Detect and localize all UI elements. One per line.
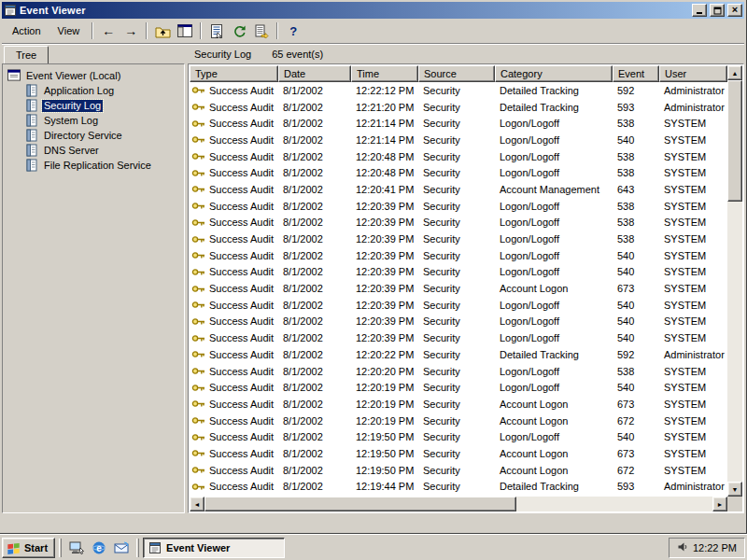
tree-item-file-replication-service[interactable]: File Replication Service [3, 158, 184, 173]
tree: Event Viewer (Local) Application Log Sec… [2, 63, 185, 513]
start-button[interactable]: Start [2, 538, 55, 558]
tab-tree[interactable]: Tree [4, 46, 49, 63]
desktop: Event Viewer × Action View ← → [0, 0, 747, 560]
vertical-scrollbar[interactable]: ▲ ▼ [727, 65, 742, 497]
maximize-button[interactable] [710, 4, 725, 17]
result-header: Security Log 65 event(s) [188, 44, 744, 63]
success-audit-key-icon [191, 316, 205, 327]
forward-button[interactable]: → [120, 21, 142, 41]
event-row[interactable]: Success Audit 8/1/2002 12:20:39 PM Secur… [190, 264, 727, 281]
event-row[interactable]: Success Audit 8/1/2002 12:21:20 PM Secur… [190, 99, 727, 116]
success-audit-key-icon [191, 102, 205, 112]
success-audit-key-icon [191, 465, 205, 475]
event-row[interactable]: Success Audit 8/1/2002 12:20:48 PM Secur… [190, 164, 727, 181]
tree-items: Application Log Security Log System Log … [3, 83, 184, 173]
properties-icon [210, 24, 223, 38]
event-row[interactable]: Success Audit 8/1/2002 12:21:14 PM Secur… [190, 132, 727, 148]
tree-item-event-viewer-local[interactable]: Event Viewer (Local) [3, 68, 184, 83]
tree-item-application-log[interactable]: Application Log [3, 83, 184, 98]
event-row[interactable]: Success Audit 8/1/2002 12:19:50 PM Secur… [190, 428, 727, 445]
event-row[interactable]: Success Audit 8/1/2002 12:20:39 PM Secur… [190, 247, 727, 264]
column-header-row: Type Date Time Source Category Event Use… [190, 65, 727, 82]
titlebar[interactable]: Event Viewer × [2, 2, 744, 19]
outlook-express-icon[interactable] [114, 540, 129, 555]
event-row[interactable]: Success Audit 8/1/2002 12:21:14 PM Secur… [190, 115, 727, 132]
success-audit-key-icon [191, 234, 205, 245]
column-header-source[interactable]: Source [418, 65, 495, 82]
event-row[interactable]: Success Audit 8/1/2002 12:20:19 PM Secur… [190, 379, 727, 396]
tree-item-system-log[interactable]: System Log [3, 113, 184, 128]
log-icon [25, 84, 38, 97]
event-row[interactable]: Success Audit 8/1/2002 12:20:19 PM Secur… [190, 396, 727, 413]
back-button[interactable]: ← [97, 21, 120, 41]
result-pane: Security Log 65 event(s) Type Date Time … [188, 44, 744, 513]
event-row[interactable]: Success Audit 8/1/2002 12:20:39 PM Secur… [190, 329, 727, 346]
event-viewer-icon [148, 541, 162, 554]
taskbar-grip[interactable] [59, 539, 62, 557]
export-list-button[interactable] [250, 21, 273, 41]
success-audit-key-icon [191, 184, 205, 194]
menu-view[interactable]: View [49, 22, 89, 39]
success-audit-key-icon [191, 168, 205, 178]
log-icon [25, 144, 38, 157]
up-level-button[interactable] [151, 21, 174, 41]
event-row[interactable]: Success Audit 8/1/2002 12:22:12 PM Secur… [190, 82, 727, 99]
event-row[interactable]: Success Audit 8/1/2002 12:20:39 PM Secur… [190, 215, 727, 231]
event-row[interactable]: Success Audit 8/1/2002 12:20:39 PM Secur… [190, 314, 727, 330]
vertical-scroll-thumb[interactable] [727, 80, 742, 202]
horizontal-scroll-thumb[interactable] [204, 497, 516, 511]
column-header-category[interactable]: Category [495, 65, 613, 82]
scroll-left-button[interactable]: ◄ [190, 497, 204, 511]
task-button-label: Event Viewer [166, 542, 230, 553]
success-audit-key-icon [191, 448, 205, 458]
menu-action[interactable]: Action [4, 22, 49, 39]
internet-explorer-icon[interactable]: e [92, 540, 106, 555]
success-audit-key-icon [191, 284, 205, 294]
event-row[interactable]: Success Audit 8/1/2002 12:20:39 PM Secur… [190, 297, 727, 314]
log-icon [25, 129, 38, 142]
event-row[interactable]: Success Audit 8/1/2002 12:19:44 PM Secur… [190, 479, 727, 496]
minimize-button[interactable] [692, 4, 707, 17]
success-audit-key-icon [191, 85, 205, 95]
event-row[interactable]: Success Audit 8/1/2002 12:20:48 PM Secur… [190, 148, 727, 165]
event-row[interactable]: Success Audit 8/1/2002 12:19:50 PM Secur… [190, 445, 727, 462]
taskbar-grip[interactable] [136, 539, 139, 557]
event-row[interactable]: Success Audit 8/1/2002 12:20:19 PM Secur… [190, 413, 727, 429]
show-desktop-icon[interactable] [69, 540, 84, 555]
scroll-left-icon: ◄ [194, 501, 201, 508]
horizontal-scrollbar[interactable]: ◄ ► [190, 497, 727, 511]
close-button[interactable]: × [727, 4, 742, 17]
taskbar: Start e Event Viewer 12:22 PM [0, 534, 747, 560]
event-row[interactable]: Success Audit 8/1/2002 12:20:39 PM Secur… [190, 280, 727, 297]
event-row[interactable]: Success Audit 8/1/2002 12:20:22 PM Secur… [190, 346, 727, 363]
success-audit-key-icon [191, 151, 205, 161]
event-row[interactable]: Success Audit 8/1/2002 12:20:20 PM Secur… [190, 363, 727, 380]
result-pane-count: 65 event(s) [272, 49, 323, 60]
show-tree-button[interactable] [174, 21, 196, 41]
system-tray: 12:22 PM [669, 538, 745, 558]
toolbar-separator [200, 22, 202, 39]
column-header-time[interactable]: Time [351, 65, 418, 82]
scroll-up-button[interactable]: ▲ [727, 65, 742, 80]
event-row[interactable]: Success Audit 8/1/2002 12:19:50 PM Secur… [190, 462, 727, 479]
column-header-type[interactable]: Type [190, 65, 278, 82]
event-row[interactable]: Success Audit 8/1/2002 12:20:39 PM Secur… [190, 198, 727, 215]
column-header-date[interactable]: Date [278, 65, 351, 82]
help-button[interactable]: ? [282, 21, 304, 41]
column-header-event[interactable]: Event [613, 65, 659, 82]
volume-icon[interactable] [677, 541, 688, 554]
up-folder-icon [155, 24, 171, 38]
scroll-right-button[interactable]: ► [712, 497, 727, 511]
refresh-button[interactable] [228, 21, 250, 41]
tree-item-security-log[interactable]: Security Log [3, 98, 184, 113]
taskbar-task-event-viewer[interactable]: Event Viewer [143, 538, 285, 558]
tree-item-dns-server[interactable]: DNS Server [3, 143, 184, 158]
column-header-user[interactable]: User [659, 65, 727, 82]
tree-item-directory-service[interactable]: Directory Service [3, 128, 184, 143]
scroll-down-button[interactable]: ▼ [727, 482, 742, 497]
event-row[interactable]: Success Audit 8/1/2002 12:20:41 PM Secur… [190, 181, 727, 198]
event-row[interactable]: Success Audit 8/1/2002 12:20:39 PM Secur… [190, 231, 727, 247]
tree-tabstrip: Tree [2, 44, 185, 63]
scroll-down-icon: ▼ [732, 486, 739, 493]
properties-button[interactable] [205, 21, 228, 41]
